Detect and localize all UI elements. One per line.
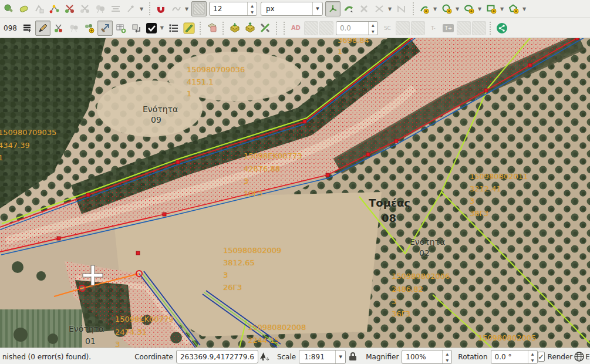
angle-value[interactable]: 0.0 (336, 22, 368, 35)
rotation-value[interactable]: 0.0 ° (491, 350, 528, 363)
attributes-form-button[interactable] (97, 21, 113, 36)
rotation-arrows[interactable]: ▲▼ (528, 350, 537, 363)
magnifier-spinbox[interactable]: 100% ▲▼ (402, 350, 452, 364)
new-table-row-icon[interactable] (114, 21, 128, 35)
distance-lock-icon[interactable] (472, 21, 486, 35)
size-value[interactable]: 12 (210, 2, 247, 15)
scale-combo-arrow[interactable]: ▼ (335, 350, 345, 363)
unit-combo[interactable]: px ▼ (261, 2, 323, 16)
construction-mode-icon[interactable] (304, 21, 318, 35)
status-bar: nished (0 error(s) found). Coordinate 26… (0, 348, 590, 364)
vertex-marker[interactable] (163, 213, 166, 216)
offset-curve-dropdown[interactable]: ▼ (387, 2, 393, 15)
add-rectangle-dropdown[interactable]: ▼ (499, 2, 505, 15)
t-minus-label: T- (431, 25, 436, 31)
perpendicular-mode-icon[interactable] (396, 21, 410, 35)
processing-tools-icon[interactable] (258, 21, 272, 35)
merge-attributes-icon[interactable] (109, 2, 123, 16)
crs-label[interactable]: EPSG:210 (585, 353, 590, 361)
move-vertex-icon[interactable] (342, 2, 356, 16)
snap-common-angle-icon[interactable]: SC (380, 21, 395, 35)
unit-value[interactable]: px (261, 5, 312, 13)
select-checkbox-icon[interactable] (144, 21, 159, 35)
vertex-marker[interactable] (136, 251, 140, 255)
vertex-marker[interactable] (395, 139, 398, 143)
enable-advanced-tools-icon[interactable] (2, 2, 16, 16)
split-features-icon[interactable] (63, 2, 77, 16)
unit-combo-arrow[interactable]: ▼ (312, 2, 322, 15)
add-ellipse-icon[interactable] (462, 2, 476, 16)
text-larger-icon[interactable]: T+ (441, 21, 456, 35)
add-circular-string-dropdown[interactable]: ▼ (432, 2, 438, 15)
vertex-marker[interactable] (57, 237, 60, 240)
clip-raster-icon[interactable] (205, 21, 219, 35)
magnifier-value[interactable]: 100% (402, 350, 442, 363)
add-regular-polygon-dropdown[interactable]: ▼ (521, 2, 527, 15)
select-dropdown[interactable]: ▼ (159, 22, 165, 35)
package-export-icon[interactable] (243, 21, 257, 35)
render-checkbox[interactable]: ✓ (538, 352, 545, 362)
add-regular-polygon-icon[interactable] (507, 2, 521, 16)
tracing-icon[interactable] (169, 2, 183, 16)
size-spinbox[interactable]: 12 ▲▼ (209, 2, 257, 16)
move-feature-capsule-icon[interactable] (17, 2, 31, 16)
circular-string-icon[interactable] (32, 2, 46, 16)
rotate-feature-dropdown[interactable]: ▼ (139, 2, 144, 15)
rotate-feature-icon[interactable] (124, 2, 138, 16)
add-circle-icon[interactable] (440, 2, 454, 16)
snapping-magnet-icon[interactable] (154, 2, 168, 16)
add-ellipse-dropdown[interactable]: ▼ (477, 2, 483, 15)
vertex-marker[interactable] (575, 38, 579, 40)
parallel-lines-icon[interactable] (411, 21, 425, 35)
scale-value[interactable]: 1:891 (299, 353, 335, 361)
map-canvas[interactable]: 3698.8411509807090364151.111509807090354… (0, 38, 590, 348)
copy-features-icon[interactable] (67, 21, 81, 35)
merge-features-icon[interactable] (93, 2, 107, 16)
reshape-features-icon[interactable] (48, 2, 62, 16)
edit-vertex-marker[interactable] (136, 271, 142, 277)
paste-features-icon[interactable] (82, 21, 96, 35)
checklist-icon[interactable] (167, 21, 181, 35)
highlight-label-icon[interactable] (182, 21, 196, 35)
vertex-marker[interactable] (366, 153, 370, 156)
current-edits-icon[interactable] (20, 21, 34, 35)
parallel-mode-icon[interactable] (319, 21, 333, 35)
vertex-marker[interactable] (484, 89, 488, 92)
crs-globe-icon[interactable] (573, 351, 585, 363)
rotation-spinbox[interactable]: 0.0 ° ▲▼ (491, 350, 538, 364)
reverse-line-icon[interactable] (395, 2, 409, 16)
edit-vertex-marker[interactable] (79, 285, 85, 291)
vertex-tool-button[interactable] (325, 1, 340, 16)
vertex-marker[interactable] (303, 120, 306, 123)
mouse-position-icon[interactable] (259, 351, 271, 363)
add-circle-dropdown[interactable]: ▼ (454, 2, 460, 15)
coordinate-input[interactable]: 263369.9,4172779.6 (176, 350, 258, 363)
save-edits-scissors-icon[interactable] (52, 21, 66, 35)
split-parts-icon[interactable] (78, 2, 92, 16)
toggle-editing-button[interactable] (35, 21, 50, 36)
vertex-marker[interactable] (326, 173, 329, 177)
vertex-marker[interactable] (176, 160, 180, 164)
add-circular-string-icon[interactable] (417, 2, 431, 16)
share-network-icon[interactable] (495, 21, 509, 35)
vertex-marker[interactable] (528, 63, 532, 67)
delete-vertex-icon[interactable] (357, 2, 371, 16)
add-rectangle-icon[interactable] (484, 2, 498, 16)
offset-curve-icon[interactable] (372, 2, 386, 16)
package-import-icon[interactable] (228, 21, 242, 35)
angle-spin-arrows[interactable]: ▲▼ (368, 22, 377, 35)
size-spin-arrows[interactable]: ▲▼ (247, 2, 257, 15)
vertex-marker[interactable] (86, 193, 90, 197)
tracing-dropdown[interactable]: ▼ (184, 2, 190, 15)
text-smaller-icon[interactable]: T- (426, 21, 440, 35)
t-plus-label: T+ (443, 24, 454, 32)
swap-layers-icon[interactable] (129, 21, 143, 35)
angle-lock-icon[interactable] (457, 21, 471, 35)
advanced-digitizing-panel-icon[interactable]: AD (289, 21, 303, 35)
toolbar-separator (275, 22, 279, 35)
scale-combo[interactable]: 1:891 ▼ (299, 350, 346, 364)
angle-spinbox[interactable]: 0.0 ▲▼ (336, 21, 378, 35)
lock-scale-icon[interactable] (346, 351, 359, 363)
snap-to-grid-button[interactable] (191, 1, 207, 16)
magnifier-arrows[interactable]: ▲▼ (442, 350, 451, 363)
